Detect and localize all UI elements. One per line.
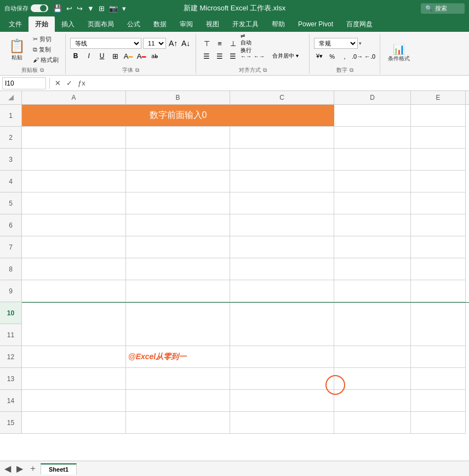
cell-C12[interactable]	[230, 346, 334, 368]
cell-E6[interactable]	[411, 214, 466, 236]
tab-view[interactable]: 视图	[199, 16, 226, 32]
cell-E2[interactable]	[411, 127, 466, 149]
underline-button[interactable]: U	[96, 50, 107, 61]
cell-D6[interactable]	[334, 214, 411, 236]
outdent-button[interactable]: ←→	[253, 50, 265, 61]
cell-E14[interactable]	[411, 390, 466, 412]
cell-B11[interactable]	[126, 324, 230, 346]
font-expand-icon[interactable]: ⧉	[135, 67, 139, 73]
row-header-9[interactable]: 9	[0, 280, 22, 302]
search-area[interactable]: 🔍 搜索	[421, 3, 465, 14]
camera-button[interactable]: 📷	[107, 3, 119, 14]
indent-button[interactable]: ←→	[240, 50, 252, 61]
cell-E11[interactable]	[411, 324, 466, 346]
cell-D8[interactable]	[334, 258, 411, 280]
cut-button[interactable]: ✂ 剪切	[31, 34, 61, 44]
cell-E1[interactable]	[411, 105, 466, 127]
cell-D10[interactable]	[334, 303, 411, 325]
row-header-14[interactable]: 14	[0, 390, 22, 412]
cell-A5[interactable]	[22, 192, 126, 214]
row-header-13[interactable]: 13	[0, 368, 22, 390]
cell-C10[interactable]	[230, 303, 334, 325]
cell-D12[interactable]	[334, 346, 411, 368]
autosave-toggle[interactable]	[31, 4, 48, 12]
add-sheet-button[interactable]: ＋	[26, 463, 39, 474]
table-button[interactable]: ⊞	[97, 3, 106, 14]
percent-button[interactable]: %	[327, 51, 338, 62]
cell-E3[interactable]	[411, 149, 466, 171]
cell-C8[interactable]	[230, 258, 334, 280]
border-button[interactable]: ⊞	[110, 50, 121, 61]
copy-button[interactable]: ⧉ 复制	[31, 44, 61, 55]
row-header-15[interactable]: 15	[0, 412, 22, 434]
merge-center-button[interactable]: 合并居中 ▾	[266, 50, 305, 61]
cell-C11[interactable]	[230, 324, 334, 346]
save-button[interactable]: 💾	[52, 3, 64, 14]
cell-E8[interactable]	[411, 258, 466, 280]
wrap-text-button[interactable]: ⇌ 自动换行	[240, 38, 252, 49]
cell-D11[interactable]	[334, 324, 411, 346]
cell-D15[interactable]	[334, 412, 411, 434]
tab-file[interactable]: 文件	[2, 16, 28, 32]
cell-B3[interactable]	[126, 149, 230, 171]
cell-B4[interactable]	[126, 171, 230, 192]
comma-button[interactable]: ,	[339, 51, 350, 62]
decrease-decimal-button[interactable]: ←.0	[364, 51, 375, 62]
cell-B10[interactable]	[126, 303, 230, 325]
row-header-7[interactable]: 7	[0, 236, 22, 258]
cell-A12[interactable]	[22, 346, 126, 368]
cell-B7[interactable]	[126, 236, 230, 258]
insert-function-button[interactable]: ƒx	[76, 79, 87, 87]
cell-B13[interactable]	[126, 368, 230, 390]
tab-insert[interactable]: 插入	[55, 16, 81, 32]
cell-B14[interactable]	[126, 390, 230, 412]
row-header-1[interactable]: 1	[0, 105, 22, 127]
currency-button[interactable]: ¥▾	[314, 51, 325, 62]
tab-powerpivot[interactable]: Power Pivot	[291, 16, 340, 32]
cell-B2[interactable]	[126, 127, 230, 149]
col-header-B[interactable]: B	[126, 91, 230, 104]
col-header-A[interactable]: A	[22, 91, 126, 104]
cell-A4[interactable]	[22, 171, 126, 192]
cell-A8[interactable]	[22, 258, 126, 280]
cell-C9[interactable]	[230, 280, 334, 302]
cell-A13[interactable]	[22, 368, 126, 390]
row-header-2[interactable]: 2	[0, 127, 22, 149]
left-align-button[interactable]: ☰	[201, 50, 213, 61]
row-header-3[interactable]: 3	[0, 149, 22, 171]
fill-color-button[interactable]: A▬	[123, 50, 134, 61]
cell-B9[interactable]	[126, 280, 230, 302]
number-format-select[interactable]: 常规	[314, 38, 358, 49]
tab-baidu[interactable]: 百度网盘	[340, 16, 379, 32]
italic-button[interactable]: I	[83, 50, 94, 61]
confirm-formula-button[interactable]: ✓	[65, 79, 74, 87]
cell-A1[interactable]: 数字前面输入0	[22, 105, 334, 127]
alignment-expand-icon[interactable]: ⧉	[263, 67, 267, 73]
filter-button[interactable]: ▼	[85, 3, 96, 14]
increase-font-button[interactable]: A↑	[168, 38, 179, 49]
col-header-E[interactable]: E	[411, 91, 466, 104]
format-painter-button[interactable]: 🖌 格式刷	[31, 55, 61, 65]
font-name-select[interactable]: 等线	[70, 38, 141, 49]
cell-D7[interactable]	[334, 236, 411, 258]
cell-C15[interactable]	[230, 412, 334, 434]
cell-C3[interactable]	[230, 149, 334, 171]
cell-E10[interactable]	[411, 303, 466, 325]
bold-button[interactable]: B	[70, 50, 81, 61]
corner-cell[interactable]	[0, 91, 22, 104]
cell-A2[interactable]	[22, 127, 126, 149]
row-header-12[interactable]: 12	[0, 346, 22, 368]
center-align-button[interactable]: ☰	[214, 50, 226, 61]
cell-E5[interactable]	[411, 192, 466, 214]
cell-A10[interactable]	[22, 303, 126, 325]
decrease-font-button[interactable]: A↓	[180, 38, 191, 49]
col-header-C[interactable]: C	[230, 91, 334, 104]
cell-D9[interactable]	[334, 280, 411, 302]
tab-page-layout[interactable]: 页面布局	[81, 16, 121, 32]
top-align-button[interactable]: ⊤	[201, 38, 213, 49]
row-header-4[interactable]: 4	[0, 171, 22, 192]
sheet-scroll-right-button[interactable]: ▶	[14, 463, 25, 474]
tab-formulas[interactable]: 公式	[121, 16, 147, 32]
tab-data[interactable]: 数据	[147, 16, 173, 32]
cell-B6[interactable]	[126, 214, 230, 236]
